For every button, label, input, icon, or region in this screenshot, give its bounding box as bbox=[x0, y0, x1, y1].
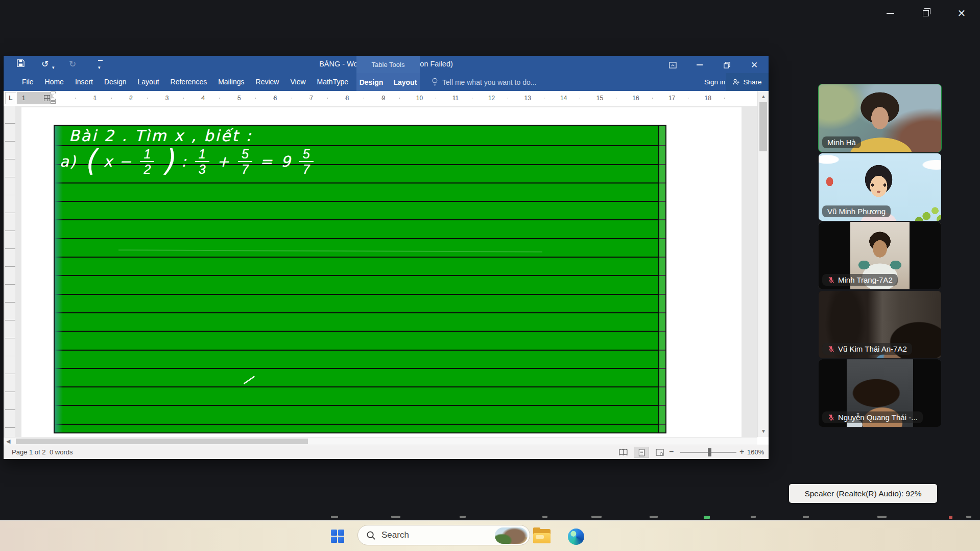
green-board-table[interactable]: Bài 2 . Tìm x , biết : a)(x −12):13+57=9… bbox=[54, 125, 666, 433]
sign-in-link[interactable]: Sign in bbox=[704, 73, 725, 91]
tab-layout[interactable]: Layout bbox=[132, 73, 165, 91]
os-close-button[interactable]: ✕ bbox=[953, 6, 970, 20]
tab-mathtype[interactable]: MathType bbox=[312, 73, 354, 91]
zoom-out-button[interactable]: − bbox=[669, 447, 674, 456]
equation-text: 9 bbox=[281, 153, 291, 170]
zoom-in-button[interactable]: + bbox=[739, 447, 744, 456]
share-label: Share bbox=[743, 78, 761, 86]
ruler-margin-segment: 1 bbox=[17, 92, 53, 104]
horizontal-scroll-thumb[interactable] bbox=[16, 439, 308, 444]
fraction-numerator: 5 bbox=[299, 147, 314, 162]
equation-text: + bbox=[217, 153, 230, 170]
tab-review[interactable]: Review bbox=[250, 73, 285, 91]
print-layout-button[interactable] bbox=[634, 447, 649, 458]
ruler-number: 9 bbox=[381, 95, 385, 102]
search-daily-image[interactable] bbox=[495, 527, 528, 544]
word-titlebar[interactable]: ↺ ▾ ↻ ▾ BẢNG - Word (Product Activation … bbox=[4, 56, 769, 73]
share-button[interactable]: Share bbox=[726, 73, 769, 91]
zoom-percentage[interactable]: 160% bbox=[747, 448, 764, 456]
horizontal-ruler[interactable]: L 1 123456789101112131415161718 bbox=[4, 91, 757, 106]
page-count-status[interactable]: Page 1 of 2 bbox=[12, 448, 46, 456]
fraction-denominator: 2 bbox=[144, 162, 151, 176]
vertical-scroll-thumb[interactable] bbox=[759, 102, 767, 151]
participant-name-pill: Vũ Minh Phương bbox=[822, 205, 891, 217]
web-layout-button[interactable] bbox=[652, 447, 667, 458]
tell-me-box[interactable]: Tell me what you want to do... bbox=[432, 73, 536, 91]
ruler-ticks bbox=[75, 98, 729, 99]
fraction: 57 bbox=[238, 147, 252, 176]
edge-browser-button[interactable] bbox=[568, 529, 584, 545]
muted-mic-icon bbox=[827, 345, 835, 353]
ruler-number: 16 bbox=[632, 95, 639, 102]
word-minimize-button[interactable] bbox=[690, 58, 709, 72]
taskbar-search-box[interactable]: Search bbox=[357, 525, 530, 545]
search-placeholder: Search bbox=[381, 530, 409, 540]
muted-mic-icon bbox=[827, 276, 835, 284]
table-tools-header: Table Tools bbox=[356, 56, 420, 73]
document-area[interactable]: Bài 2 . Tìm x , biết : a)(x −12):13+57=9… bbox=[4, 106, 757, 437]
tab-references[interactable]: References bbox=[165, 73, 213, 91]
equation-text: ) bbox=[162, 147, 174, 174]
fraction: 57 bbox=[299, 147, 314, 176]
pen-stroke-mark bbox=[243, 376, 255, 384]
equation-text: x − bbox=[104, 153, 133, 170]
participant-name-pill: Minh Trang-7A2 bbox=[822, 274, 898, 286]
start-button[interactable] bbox=[331, 530, 344, 543]
scroll-down-arrow[interactable]: ▼ bbox=[758, 428, 769, 434]
fraction-denominator: 3 bbox=[199, 162, 206, 176]
cutoff-toolbar-row bbox=[0, 513, 980, 520]
tab-home[interactable]: Home bbox=[39, 73, 69, 91]
fraction-numerator: 5 bbox=[238, 147, 252, 162]
table-tools-tabs: DesignLayout bbox=[356, 73, 420, 91]
participant-name-pill: Vũ Kim Thái An-7A2 bbox=[822, 343, 912, 355]
handwritten-title: Bài 2 . Tìm x , biết : bbox=[69, 127, 253, 145]
windows-logo-icon bbox=[331, 530, 337, 536]
ribbon-display-options-icon[interactable] bbox=[663, 58, 682, 72]
ruler-number: 10 bbox=[416, 95, 423, 102]
read-mode-button[interactable] bbox=[615, 447, 631, 458]
ruler-number: 4 bbox=[201, 95, 205, 102]
horizontal-scrollbar[interactable]: ◀ bbox=[4, 437, 757, 445]
participant-name: Vũ Minh Phương bbox=[827, 207, 886, 216]
tab-stop-selector[interactable]: L bbox=[5, 92, 16, 104]
fraction: 13 bbox=[195, 147, 209, 176]
ribbon-tabs: FileHomeInsertDesignLayoutReferencesMail… bbox=[16, 73, 354, 91]
table-tools-tab-design[interactable]: Design bbox=[354, 78, 389, 86]
speaker-volume-tooltip: Speaker (Realtek(R) Audio): 92% bbox=[789, 484, 937, 503]
scroll-up-arrow[interactable]: ▲ bbox=[758, 94, 769, 99]
participant-name: Nguyễn Quang Thái -... bbox=[838, 413, 918, 422]
ruler-number: 18 bbox=[705, 95, 711, 102]
word-count-status[interactable]: 0 words bbox=[50, 448, 73, 456]
os-restore-button[interactable] bbox=[917, 6, 935, 20]
left-indent-marker[interactable] bbox=[51, 101, 56, 104]
participant-tile[interactable]: Minh Hà bbox=[819, 84, 941, 152]
ruler-number: 15 bbox=[596, 95, 603, 102]
tab-file[interactable]: File bbox=[16, 73, 39, 91]
lightbulb-icon bbox=[432, 78, 438, 86]
participant-tile[interactable]: Vũ Kim Thái An-7A2 bbox=[819, 291, 941, 358]
vertical-ruler[interactable] bbox=[5, 106, 15, 437]
os-minimize-button[interactable] bbox=[881, 6, 899, 20]
file-explorer-button[interactable] bbox=[533, 529, 551, 543]
word-close-button[interactable]: ✕ bbox=[745, 58, 763, 72]
participant-name: Minh Trang-7A2 bbox=[838, 276, 893, 284]
ruler-number: 11 bbox=[452, 95, 459, 102]
tab-design[interactable]: Design bbox=[99, 73, 132, 91]
vertical-scrollbar[interactable]: ▲ ▼ bbox=[757, 91, 769, 437]
table-tools-tab-layout[interactable]: Layout bbox=[388, 78, 422, 86]
equation-text: : bbox=[181, 153, 187, 170]
tab-mailings[interactable]: Mailings bbox=[212, 73, 250, 91]
participant-tile[interactable]: Vũ Minh Phương bbox=[819, 153, 941, 221]
word-restore-button[interactable] bbox=[718, 58, 736, 72]
equation-text: ( bbox=[84, 147, 96, 174]
participant-tile[interactable]: Nguyễn Quang Thái -... bbox=[819, 359, 941, 427]
scroll-left-arrow[interactable]: ◀ bbox=[6, 438, 10, 445]
ruler-number: 8 bbox=[346, 95, 349, 102]
tell-me-label: Tell me what you want to do... bbox=[442, 78, 536, 86]
ruler-number: 6 bbox=[274, 95, 277, 102]
participant-tile[interactable]: Minh Trang-7A2 bbox=[819, 222, 941, 289]
tab-view[interactable]: View bbox=[284, 73, 311, 91]
ruler-number: 12 bbox=[488, 95, 495, 102]
zoom-slider-thumb[interactable] bbox=[708, 448, 711, 456]
tab-insert[interactable]: Insert bbox=[69, 73, 99, 91]
